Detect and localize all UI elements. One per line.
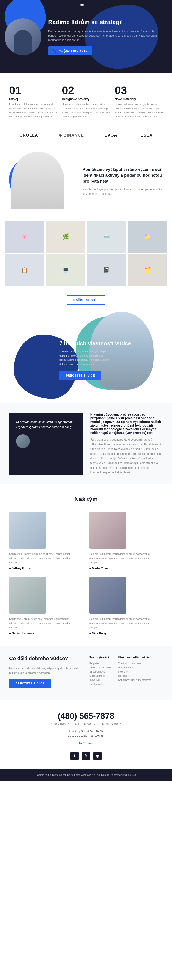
team-card-desc-marla: Sample text. Lorem ipsum dolor sit amet,… xyxy=(89,552,154,565)
gallery-img-3: ⌨️ xyxy=(87,221,126,253)
hero-phone-cta[interactable]: 📞 +1 (234) 567-8910 xyxy=(48,46,92,55)
phone-icon: 📞 xyxy=(53,49,57,53)
team-card-jeffrey: Sample text. Lorem ipsum dolor sit amet,… xyxy=(9,512,83,570)
quote-right-title: Hlavním důvodem, proč se soustředí přizp… xyxy=(90,412,163,434)
team-card-desc-nadia: Kamle text. Lorem ipsum dolor sit amet, … xyxy=(9,617,73,630)
quote-right-panel: Hlavním důvodem, proč se soustředí přizp… xyxy=(90,412,163,475)
leader-read-more-button[interactable]: PŘEČTĚTE SI VÍCE xyxy=(59,371,101,380)
quote-avatar xyxy=(16,434,30,448)
team-card-desc-nick: Sample text. Lorem ipsum dolor sit amet,… xyxy=(89,617,154,630)
stats-section: 01 rozvoj Ut enim ad minim veniam, quis … xyxy=(0,73,172,126)
footer-text: Sample text. Click to select the text bo… xyxy=(35,773,137,776)
gallery-img-4: 📁 xyxy=(128,221,167,253)
gallery-cta: NAČÍST SE VÍCE xyxy=(0,288,172,312)
gallery-section: 🌸 🌿 ⌨️ 📁 📋 💻 📓 🗂️ NAČÍST SE VÍCE xyxy=(0,218,172,312)
facebook-icon[interactable]: f xyxy=(70,752,79,760)
phone-number: +1 (234) 567-8910 xyxy=(59,49,88,52)
team-card-img-marla xyxy=(89,512,126,549)
info-blob xyxy=(9,154,64,209)
hero-title: Radíme lídrům se strategií xyxy=(48,18,163,26)
stat-item-1: 01 rozvoj Ut enim ad minim veniam, quis … xyxy=(9,85,57,119)
hero-section: ☰ Radíme lídrům se strategií Duis aute i… xyxy=(0,0,172,73)
team-card-nick: Sample text. Lorem ipsum dolor sit amet,… xyxy=(89,577,163,635)
team-section: Náš tým Sample text. Lorem ipsum dolor s… xyxy=(0,484,172,646)
instagram-icon[interactable]: ◉ xyxy=(93,752,102,760)
avatar-silhouette xyxy=(14,30,32,55)
stat-desc-2: Ut enim ad minim veniam, quis nostrud ex… xyxy=(62,103,110,119)
contact-hours: Úterý – pátek: 9:00 – 19:00 sobota – ned… xyxy=(9,729,163,739)
stat-number-1: 01 xyxy=(9,85,57,96)
stat-number-3: 03 xyxy=(115,85,163,96)
team-card-img-jeffrey xyxy=(9,512,46,549)
stat-desc-1: Ut enim ad minim veniam, quis nostrud ex… xyxy=(9,103,57,119)
quote-right-text: Jsou ustanoveny agentury, které podporuj… xyxy=(90,438,163,475)
gallery-item-3: ⌨️ xyxy=(87,221,126,253)
gallery-item-6: 💻 xyxy=(46,254,85,286)
quote-person xyxy=(16,434,76,448)
quote-avatar-image xyxy=(16,434,30,448)
trait-item: Empatie xyxy=(89,661,111,665)
trait-item: Resoluce xyxy=(118,674,151,678)
trait-item: Spostředovost xyxy=(89,670,111,674)
dash-icon: – xyxy=(9,566,12,570)
team-card-desc-jeffrey: Sample text. Lorem ipsum dolor sit amet,… xyxy=(9,552,73,565)
gallery-item-4: 📁 xyxy=(128,221,167,253)
dash-icon-nick: – xyxy=(89,632,92,635)
logo-crolla: CROLLA xyxy=(19,133,38,138)
trait-item: Vlastná komunikace xyxy=(118,661,151,665)
dash-icon-marla: – xyxy=(89,566,92,570)
phone-cta-section: (480) 565-7878 4140 PARKER RD, ALLENTOWN… xyxy=(0,700,172,769)
trait-item: Pozitivnost xyxy=(89,682,111,686)
traits-left-column: Trychtýřování Empatie Aktivní naslouchán… xyxy=(89,655,111,690)
trait-item: Schopnosti učit a mentorovat xyxy=(118,678,151,682)
info-text: Pomáháme vyšlápat si ráno výzem uwcí ide… xyxy=(83,167,163,196)
trait-item: Odpovědnost xyxy=(89,674,111,678)
map-link[interactable]: Použít cestu xyxy=(9,742,163,745)
team-card-name-nadia: – Nadia Hodinová xyxy=(9,632,83,635)
gallery-item-2: 🌿 xyxy=(46,221,85,253)
gallery-img-7: 📓 xyxy=(87,254,126,286)
gallery-img-2: 🌿 xyxy=(46,221,85,253)
leader-description: Lorem sit amet dit placerat a sagittis d… xyxy=(59,349,110,366)
leader-section: 7 hlavních vlastností vůdce Lorem sit am… xyxy=(0,312,172,403)
quote-left-panel: Spolupracujeme se snídkami a agentúrami,… xyxy=(9,412,83,475)
gallery-grid: 🌸 🌿 ⌨️ 📁 📋 💻 📓 🗂️ xyxy=(0,218,172,288)
stat-item-2: 02 Designové projekty Ut enim ad minim v… xyxy=(62,85,110,119)
gallery-img-5: 📋 xyxy=(5,254,44,286)
team-card-img-nadia xyxy=(9,577,46,614)
team-card-nadia: Kamle text. Lorem ipsum dolor sit amet, … xyxy=(9,577,83,635)
traits-read-more-button[interactable]: PŘEČTĚTE SI VÍCE xyxy=(9,679,51,688)
info-person-image xyxy=(11,152,64,209)
team-img-jeffrey xyxy=(9,512,46,549)
trait-item: Flexibility xyxy=(118,670,151,674)
hamburger-icon[interactable]: ☰ xyxy=(80,3,84,8)
gallery-load-more-button[interactable]: NAČÍST SE VÍCE xyxy=(67,295,105,305)
stat-number-2: 02 xyxy=(62,85,110,96)
quote-section: Spolupracujeme se snídkami a agentúrami,… xyxy=(0,403,172,484)
gallery-img-1: 🌸 xyxy=(5,221,44,253)
gallery-item-1: 🌸 xyxy=(5,221,44,253)
traits-list-2: Vlastná komunikace Budování týmu Flexibi… xyxy=(118,661,151,682)
gallery-item-7: 📓 xyxy=(87,254,126,286)
leader-text: 7 hlavních vlastností vůdce Lorem sit am… xyxy=(59,340,131,380)
hero-avatar-image xyxy=(5,18,41,55)
info-section: Pomáháme vyšlápat si ráno výzem uwcí ide… xyxy=(0,145,172,218)
traits-col-title-1: Trychtýřování xyxy=(89,655,111,659)
info-description: Nanotechnologie použitelí podá informáci… xyxy=(83,187,163,196)
team-grid: Sample text. Lorem ipsum dolor sit amet,… xyxy=(9,512,163,635)
twitter-icon[interactable]: 𝕏 xyxy=(82,752,90,760)
contact-address: 4140 PARKER RD, ALLENTOWN, NOVÉ MEXIKO 9… xyxy=(9,723,163,726)
leader-title: 7 hlavních vlastností vůdce xyxy=(59,340,131,347)
info-title: Pomáháme vyšlápat si ráno výzem uwcí ide… xyxy=(83,167,163,184)
trait-item: Aktivní naslouchání xyxy=(89,665,111,670)
team-card-marla: Sample text. Lorem ipsum dolor sit amet,… xyxy=(89,512,163,570)
traits-right: Trychtýřování Empatie Aktivní naslouchán… xyxy=(89,655,163,690)
hero-avatar xyxy=(5,18,41,55)
team-card-name-jeffrey: – Jeffrey Brown xyxy=(9,566,83,570)
gallery-item-5: 📋 xyxy=(5,254,44,286)
stat-item-3: 03 Nové materiály Ut enim ad minim venia… xyxy=(115,85,163,119)
traits-section: Co dělá dobrého vůdce? Nihilque nunc et … xyxy=(0,646,172,700)
traits-description: Nihilque nunc et consolatione, adipiscin… xyxy=(9,666,83,676)
gallery-img-8: 🗂️ xyxy=(128,254,167,286)
hero-content: Radíme lídrům se strategií Duis aute iru… xyxy=(48,18,163,55)
